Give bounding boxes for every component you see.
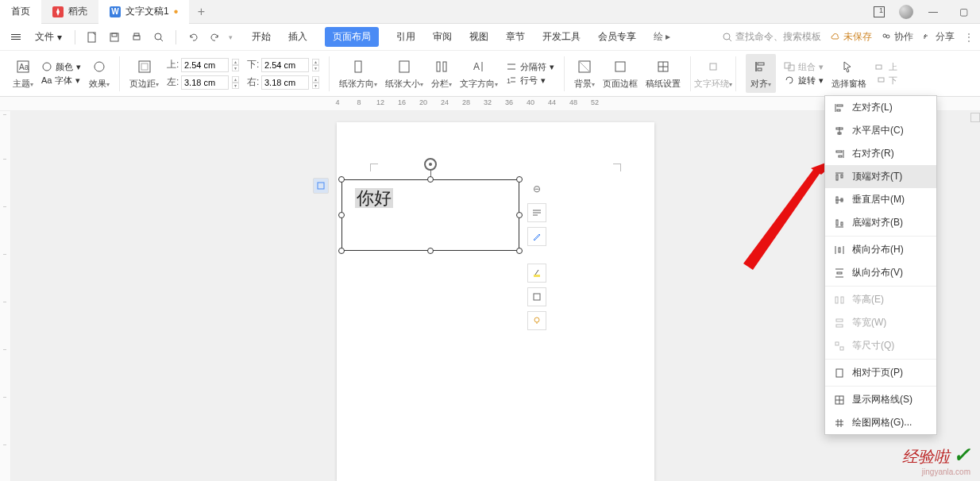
orientation-button[interactable]: 纸张方向▾ [339,57,377,90]
align-middle-item[interactable]: 垂直居中(M) [825,188,936,211]
down-icon [874,76,885,84]
svg-rect-15 [139,61,150,72]
new-tab-button[interactable]: + [189,5,213,19]
align-top-item[interactable]: 顶端对齐(T) [825,165,936,188]
page-index-icon[interactable] [313,178,329,194]
frame-icon[interactable] [527,287,546,306]
rotate-handle[interactable] [424,158,437,171]
svg-rect-57 [836,151,842,152]
break-button[interactable]: 分隔符▾ [506,61,554,73]
align-bottom-item[interactable]: 底端对齐(B) [825,211,936,234]
resize-handle[interactable] [516,212,523,218]
coop-button[interactable]: 协作 [882,30,913,44]
qat-preview-icon[interactable] [150,29,168,46]
effect-button[interactable]: 效果▾ [89,57,110,90]
more-icon[interactable]: ⋮ [964,32,974,43]
lineno-button[interactable]: 1行号▾ [506,75,554,87]
group-button[interactable]: 组合▾ [784,61,824,73]
ribbon-tabs: 开始 插入 页面布局 引用 审阅 视图 章节 开发工具 会员专享 绘 ▸ [252,27,670,47]
menu-button[interactable] [6,31,25,43]
file-label: 文件 [35,30,54,44]
qat-redo-icon[interactable] [206,29,224,46]
svg-rect-66 [836,220,838,225]
maximize-button[interactable]: ▢ [953,2,974,22]
scroll-toggle-icon[interactable] [970,113,980,122]
textdir-button[interactable]: A文字方向▾ [460,57,498,90]
tab-drawing[interactable]: 绘 ▸ [654,30,670,44]
grid-button[interactable]: 稿纸设置 [646,57,681,90]
tab-devtools[interactable]: 开发工具 [542,30,581,44]
align-center-item[interactable]: 水平居中(C) [825,119,936,142]
align-right-item[interactable]: 右对齐(R) [825,142,936,165]
font-button[interactable]: Aa 字体▾ [41,75,81,87]
color-button[interactable]: 颜色▾ [41,61,81,73]
drawing-grid-item[interactable]: 绘图网格(G)... [825,411,936,434]
svg-rect-75 [841,297,843,303]
textbox[interactable]: 你好 [341,179,519,251]
tab-pagelayout[interactable]: 页面布局 [325,27,379,47]
undo-caret[interactable]: ▾ [229,33,233,41]
align-left-item[interactable]: 左对齐(L) [825,96,936,119]
pen-icon[interactable] [527,227,546,246]
tab-chapter[interactable]: 章节 [506,30,525,44]
minimize-button[interactable]: — [923,2,943,22]
tab-document[interactable]: W 文字文稿1 • [98,0,189,24]
qat-save-icon[interactable] [106,29,123,46]
share-button[interactable]: 分享 [923,30,955,44]
dist-horz-item[interactable]: 横向分布(H) [825,238,936,261]
margin-right-input[interactable] [261,75,309,90]
resize-handle[interactable] [427,248,434,254]
resize-handle[interactable] [338,176,345,183]
unsaved-button[interactable]: 未保存 [831,30,872,44]
dist-vert-item[interactable]: 纵向分布(V) [825,261,936,284]
scrollbar[interactable] [970,111,980,481]
palette-icon [41,61,52,72]
svg-text:A: A [473,61,480,72]
tab-member[interactable]: 会员专享 [598,30,636,44]
tab-start[interactable]: 开始 [252,30,271,44]
move-up-button[interactable]: 上 [874,61,897,73]
highlight-icon[interactable] [527,264,546,283]
relative-to-page-item[interactable]: 相对于页(P) [825,361,936,384]
command-search[interactable]: 查找命令、搜索模板 [723,30,821,44]
svg-rect-2 [112,33,117,37]
avatar[interactable] [899,5,913,19]
file-menu[interactable]: 文件 ▾ [30,27,67,47]
resize-handle[interactable] [516,176,523,183]
bg-button[interactable]: 背景▾ [574,57,595,90]
qat-undo-icon[interactable] [184,29,202,46]
columns-button[interactable]: 分栏▾ [431,57,452,90]
text-options-icon[interactable] [527,203,546,222]
margin-top-input[interactable] [181,58,229,72]
margin-button[interactable]: 页边距▾ [129,57,159,90]
margin-left-input[interactable] [181,75,229,90]
tab-insert[interactable]: 插入 [288,30,307,44]
resize-handle[interactable] [516,248,523,254]
show-gridlines-item[interactable]: 显示网格线(S) [825,388,936,411]
collapse-icon[interactable]: ⊖ [527,179,546,198]
layout-button[interactable] [869,2,889,22]
tab-shell[interactable]: 稻壳 [41,0,98,24]
resize-handle[interactable] [338,212,345,218]
margin-bottom-input[interactable] [261,58,309,72]
border-button[interactable]: 页面边框 [603,57,638,90]
rotate-button[interactable]: 旋转▾ [784,75,824,87]
tab-ref[interactable]: 引用 [396,30,415,44]
resize-handle[interactable] [427,176,434,183]
wrap-button[interactable]: 文字环绕▾ [694,57,732,90]
tab-home[interactable]: 首页 [0,0,41,24]
move-down-button[interactable]: 下 [874,75,897,87]
bulb-icon[interactable] [527,311,546,330]
tab-document-label: 文字文稿1 [125,5,169,18]
page[interactable]: 你好 ⊖ [337,122,654,481]
theme-button[interactable]: Aa 主题▾ [13,57,33,90]
textbox-content[interactable]: 你好 [355,188,393,208]
selection-pane-button[interactable]: 选择窗格 [831,57,866,90]
tab-review[interactable]: 审阅 [433,30,452,44]
size-button[interactable]: 纸张大小▾ [385,57,423,90]
tab-view[interactable]: 视图 [469,30,488,44]
resize-handle[interactable] [338,248,345,254]
align-button[interactable]: 对齐▾ [746,54,776,93]
qat-print-icon[interactable] [128,29,145,46]
qat-new-icon[interactable] [83,29,101,46]
